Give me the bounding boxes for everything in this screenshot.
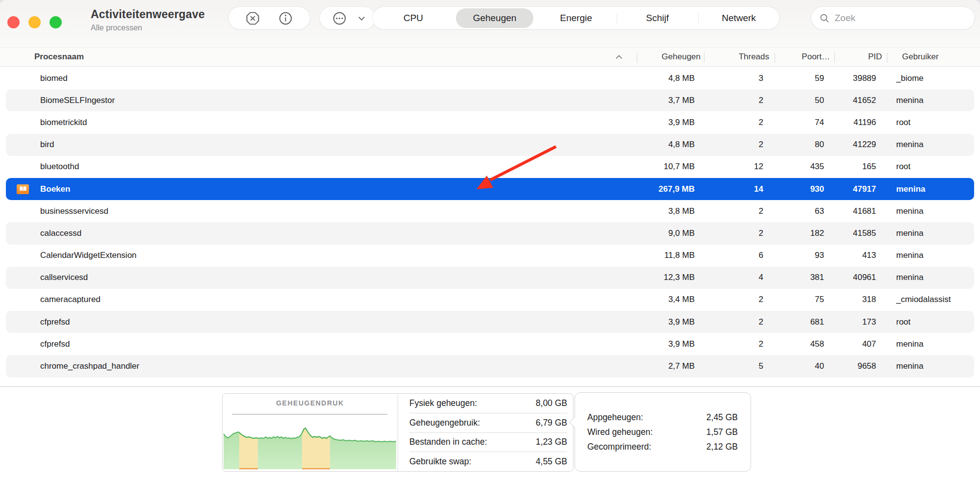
col-header-gebruiker[interactable]: Gebruiker	[893, 52, 980, 62]
process-name: calaccessd	[40, 228, 81, 238]
memory-pressure-pane: GEHEUGENDRUK	[223, 394, 398, 471]
threads-cell: 2	[704, 228, 775, 238]
col-header-poorten[interactable]: Poort…	[780, 52, 840, 62]
user-cell: _cmiodalassist	[887, 295, 974, 304]
stat-value: 1,23 GB	[536, 437, 567, 447]
process-name-cell: bird	[6, 140, 637, 150]
process-name-cell: CalendarWidgetExtension	[6, 251, 637, 260]
process-name-cell: cfprefsd	[6, 317, 637, 327]
zoom-window-button[interactable]	[50, 16, 62, 28]
process-table-row[interactable]: Boeken 267,9 MB 14 930 47917 menina	[6, 178, 974, 200]
tab-cpu[interactable]: CPU	[373, 7, 454, 29]
ports-cell: 40	[775, 361, 834, 371]
search-input[interactable]	[834, 13, 967, 24]
inspect-process-button[interactable]	[277, 10, 294, 26]
user-cell: root	[887, 118, 974, 127]
stat-value: 8,00 GB	[536, 398, 567, 408]
process-table-row[interactable]: chrome_crashpad_handler 2,7 MB 5 40 9658…	[6, 355, 974, 377]
ports-cell: 435	[775, 162, 834, 172]
threads-cell: 2	[704, 118, 775, 127]
process-table-row[interactable]: CalendarWidgetExtension 11,8 MB 6 93 413…	[6, 245, 974, 267]
process-table-row[interactable]: biomed 4,8 MB 3 59 39889 _biome	[6, 67, 974, 89]
process-table-row[interactable]: biometrickitd 3,9 MB 2 74 41196 root	[6, 111, 974, 133]
tab-netwerk[interactable]: Netwerk	[698, 7, 779, 29]
process-name: CalendarWidgetExtension	[40, 251, 137, 260]
minimize-window-button[interactable]	[28, 16, 41, 28]
process-name-cell: cameracaptured	[6, 295, 637, 304]
search-icon	[819, 12, 829, 24]
process-name-cell: cfprefsd	[6, 339, 637, 349]
process-name: callservicesd	[40, 273, 88, 282]
col-header-procesnaam[interactable]: Procesnaam	[0, 52, 643, 62]
memory-stats-pane: Fysiek geheugen: 8,00 GB Geheugengebruik…	[399, 394, 573, 471]
column-divider	[775, 52, 775, 63]
tab-schijf[interactable]: Schijf	[617, 7, 698, 29]
user-cell: menina	[887, 140, 974, 150]
window-title: Activiteitenweergave	[91, 8, 205, 21]
process-name: cfprefsd	[40, 339, 70, 349]
ports-cell: 50	[775, 96, 834, 105]
process-table-row[interactable]: BiomeSELFIngestor 3,7 MB 2 50 41652 meni…	[6, 89, 974, 111]
process-table-row[interactable]: businessservicesd 3,8 MB 2 63 41681 meni…	[6, 200, 974, 222]
stat-gebruikte-swap: Gebruikte swap: 4,55 GB	[409, 452, 567, 471]
memory-cell: 10,7 MB	[637, 162, 704, 172]
col-header-threads[interactable]: Threads	[710, 52, 780, 62]
ports-cell: 80	[775, 140, 834, 150]
pid-cell: 40961	[834, 273, 887, 282]
search-field[interactable]	[811, 7, 975, 29]
stat-fysiek-geheugen: Fysiek geheugen: 8,00 GB	[409, 394, 567, 413]
ports-cell: 63	[775, 206, 834, 216]
process-name-cell: Boeken	[6, 184, 637, 194]
tab-energie[interactable]: Energie	[535, 7, 617, 29]
ports-cell: 74	[775, 118, 834, 127]
toolbar: Activiteitenweergave Alle processen	[0, 0, 980, 47]
close-window-button[interactable]	[7, 16, 20, 28]
ports-cell: 182	[775, 228, 834, 238]
pid-cell: 41585	[834, 228, 887, 238]
chevron-down-icon	[358, 14, 365, 21]
threads-cell: 6	[704, 251, 775, 260]
info-circle-icon	[278, 11, 293, 26]
window-title-block: Activiteitenweergave Alle processen	[91, 8, 205, 32]
column-divider	[637, 52, 637, 63]
memory-cell: 3,4 MB	[637, 295, 704, 304]
process-name-cell: biometrickitd	[6, 118, 637, 127]
process-table-row[interactable]: cfprefsd 3,9 MB 2 681 173 root	[6, 311, 974, 333]
process-table-row[interactable]: calaccessd 9,0 MB 2 182 41585 menina	[6, 222, 974, 244]
threads-cell: 4	[704, 273, 775, 282]
process-name: cfprefsd	[40, 317, 70, 327]
process-table-row[interactable]: cameracaptured 3,4 MB 2 75 318 _cmiodala…	[6, 289, 974, 311]
threads-cell: 2	[704, 206, 775, 216]
process-table-row[interactable]: bluetoothd 10,7 MB 12 435 165 root	[6, 156, 974, 178]
process-name: cameracaptured	[40, 295, 101, 304]
stat-value: 4,55 GB	[536, 456, 567, 467]
process-name-cell: businessservicesd	[6, 206, 637, 216]
stat-geheugengebruik[interactable]: Geheugengebruik: 6,79 GB	[409, 413, 567, 433]
table-footer-divider	[0, 386, 980, 387]
stop-x-octagon-icon	[245, 11, 260, 26]
tab-geheugen[interactable]: Geheugen	[454, 7, 535, 29]
process-table-row[interactable]: callservicesd 12,3 MB 4 381 40961 menina	[6, 267, 974, 289]
col-header-geheugen[interactable]: Geheugen	[643, 52, 710, 62]
popover-appgeheugen: Appgeheugen: 2,45 GB	[575, 410, 751, 425]
process-name-cell: callservicesd	[6, 273, 637, 282]
process-name: BiomeSELFIngestor	[40, 96, 115, 105]
process-name: biomed	[40, 74, 68, 83]
quit-process-button[interactable]	[245, 10, 261, 26]
process-name-cell: biomed	[6, 74, 637, 83]
memory-cell: 3,9 MB	[637, 339, 704, 349]
chart-underline	[232, 414, 387, 415]
pid-cell: 165	[834, 162, 887, 172]
process-table-row[interactable]: cfprefsd 3,9 MB 2 458 407 menina	[6, 333, 974, 355]
col-header-pid[interactable]: PID	[840, 52, 893, 62]
process-table-row[interactable]: bird 4,8 MB 2 80 41229 menina	[6, 134, 974, 156]
memory-cell: 9,0 MB	[637, 228, 704, 238]
options-menu-button[interactable]	[320, 7, 376, 29]
column-divider	[834, 52, 835, 63]
user-cell: root	[887, 317, 974, 327]
process-name: Boeken	[40, 184, 70, 194]
user-cell: menina	[887, 96, 974, 105]
memory-cell: 2,7 MB	[637, 361, 704, 371]
ellipsis-circle-icon	[331, 10, 348, 26]
pid-cell: 9658	[834, 361, 887, 371]
